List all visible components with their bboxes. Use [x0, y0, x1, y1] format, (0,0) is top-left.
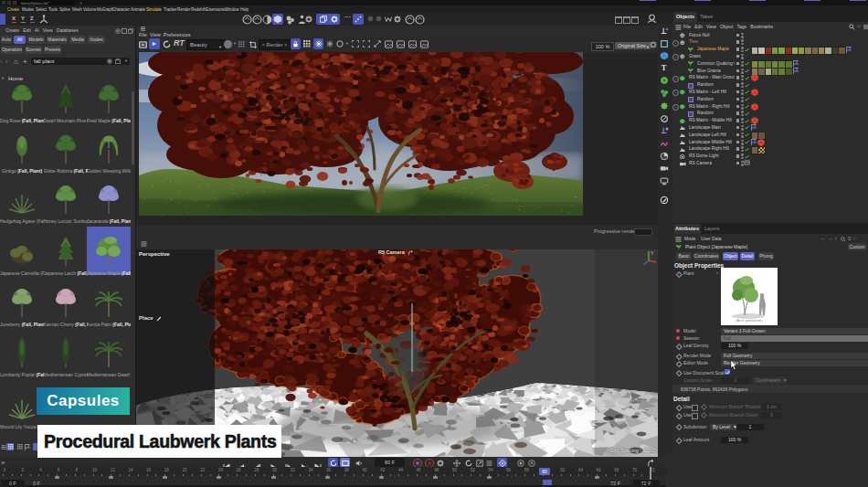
svg-text:Y: Y — [651, 250, 654, 256]
svg-text:(Acer palmatum): (Acer palmatum) — [736, 318, 763, 323]
svg-text:T: T — [662, 64, 667, 72]
